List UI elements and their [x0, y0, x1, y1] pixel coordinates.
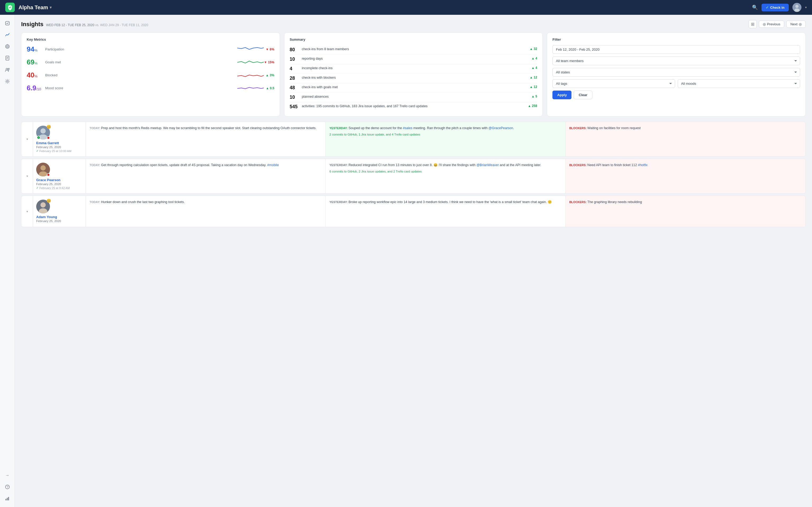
previous-icon: ◎ [763, 22, 766, 26]
sidebar: → ? [0, 15, 15, 507]
checkin-list: ▾ 😊 ✓ Emma Garrett February 25, 20 [21, 122, 806, 229]
sidebar-item-settings[interactable] [2, 76, 13, 87]
filter-date-range[interactable]: Feb 12, 2020 - Feb 25, 2020 [552, 45, 800, 54]
metric-row-blocked: 40% Blocked ▲ 3% [27, 71, 274, 79]
summary-row-2: 4 incomplete check-ins ▲ 4 [290, 64, 538, 74]
next-button[interactable]: Next ◎ [786, 20, 806, 28]
user-name-2[interactable]: Adam Young [36, 215, 83, 219]
summary-change-0: ▲ 32 [527, 47, 537, 51]
svg-rect-18 [8, 497, 9, 500]
svg-point-26 [41, 202, 46, 208]
sidebar-item-checkins[interactable] [2, 18, 13, 29]
summary-num-5: 10 [290, 95, 299, 100]
page-title: Insights [21, 21, 43, 28]
user-date-1: February 25, 2020 [36, 182, 83, 186]
avatar-dot-0 [47, 136, 50, 139]
summary-change-4: ▲ 12 [527, 85, 537, 89]
goals-change: ▼ 15% [264, 60, 274, 64]
checkin-expand-0[interactable]: ▾ [21, 122, 33, 156]
user-avatar-wrap-1 [36, 163, 50, 176]
mood-change: ▲ 0.5 [264, 87, 274, 90]
user-avatar-nav[interactable] [793, 3, 801, 12]
svg-point-1 [795, 5, 799, 8]
checkin-check-icon: ✓ [766, 6, 769, 9]
summary-num-2: 4 [290, 66, 299, 71]
checkin-yesterday-2: YESTERDAY: Broke up reporting workflow e… [326, 196, 565, 227]
checkin-user-2: 😊 Adam Young February 25, 2020 [33, 196, 86, 227]
previous-button[interactable]: ◎ Previous [759, 20, 784, 28]
sidebar-item-chart[interactable] [2, 493, 13, 504]
user-date-2: February 25, 2020 [36, 219, 83, 223]
app-logo [5, 3, 15, 12]
sidebar-item-team[interactable] [2, 64, 13, 75]
summary-row-4: 48 check-ins with goals met ▲ 12 [290, 83, 538, 93]
sidebar-item-reports[interactable] [2, 53, 13, 63]
user-name-1[interactable]: Grace Pearson [36, 178, 83, 182]
team-dropdown-icon: ▾ [50, 5, 52, 9]
filter-title: Filter [552, 38, 800, 42]
cards-row: Key Metrics 94% Participation ▼ 6% 69% G… [21, 33, 806, 116]
summary-change-6: ▲ 258 [527, 104, 537, 108]
search-icon[interactable]: 🔍 [752, 4, 758, 10]
sidebar-item-help[interactable]: ? [2, 482, 13, 492]
filter-card: Filter Feb 12, 2020 - Feb 25, 2020 All t… [547, 33, 806, 116]
checkin-today-0: TODAY: Prep and host this month's Redis … [86, 122, 326, 156]
mood-value: 6.9/10 [27, 84, 43, 92]
key-metrics-title: Key Metrics [27, 38, 274, 42]
summary-card: Summary 80 check-ins from 8 team members… [284, 33, 543, 116]
summary-label-0: check-ins from 8 team members [299, 47, 528, 52]
grid-view-button[interactable]: ⊞ [749, 20, 757, 28]
user-avatar-wrap-0: 😊 ✓ [36, 126, 50, 139]
checkin-expand-1[interactable]: ▾ [21, 159, 33, 193]
summary-row-5: 10 planned absences ▲ 5 [290, 93, 538, 102]
checkin-button[interactable]: ✓ Check in [762, 4, 789, 11]
summary-num-3: 28 [290, 75, 299, 81]
checkin-yesterday-1: YESTERDAY: Reduced integrated CI run fro… [326, 159, 565, 193]
blocked-value: 40% [27, 71, 43, 79]
sidebar-item-insights[interactable] [2, 30, 13, 40]
summary-label-4: check-ins with goals met [299, 85, 528, 90]
filter-team-members[interactable]: All team members [552, 57, 800, 65]
user-date-0: February 25, 2020 [36, 146, 83, 149]
sidebar-item-goals[interactable] [2, 41, 13, 52]
checkin-item-2: ▾ 😊 Adam Young February 25, 2020 [21, 196, 806, 227]
participation-change: ▼ 6% [264, 48, 274, 51]
user-name-0[interactable]: Emma Garrett [36, 141, 83, 145]
sidebar-item-arrow[interactable]: → [2, 470, 13, 481]
checkin-today-1: TODAY: Get through reporting calculation… [86, 159, 326, 193]
apply-button[interactable]: Apply [552, 91, 571, 99]
summary-row-3: 28 check-ins with blockers ▲ 12 [290, 74, 538, 83]
summary-rows: 80 check-ins from 8 team members ▲ 32 10… [290, 45, 538, 111]
filter-buttons: Apply Clear [552, 91, 800, 99]
svg-point-23 [41, 165, 46, 171]
filter-states[interactable]: All states [552, 68, 800, 76]
checkin-item-1: ▾ Grace Pearson February 25, 2020 ✓ [21, 159, 806, 193]
key-metrics-card: Key Metrics 94% Participation ▼ 6% 69% G… [21, 33, 280, 116]
checkin-expand-2[interactable]: ▾ [21, 196, 33, 227]
summary-label-6: activities: 195 commits to GitHub, 183 J… [299, 104, 528, 109]
checkin-blockers-1: BLOCKERS: Need API team to finish ticket… [566, 159, 805, 193]
svg-text:?: ? [6, 485, 8, 489]
summary-change-1: ▲ 4 [527, 57, 537, 60]
team-name[interactable]: Alpha Team ▾ [18, 4, 52, 11]
goals-value: 69% [27, 58, 43, 66]
metric-row-participation: 94% Participation ▼ 6% [27, 45, 274, 53]
insights-header: Insights WED FEB 12 - TUE FEB 25, 2020 v… [21, 20, 806, 28]
filter-tags[interactable]: All tags [552, 79, 675, 88]
clear-button[interactable]: Clear [573, 91, 592, 99]
svg-point-4 [6, 45, 9, 48]
blocked-label: Blocked [43, 73, 237, 77]
avatar-emoji-0: 😊 [47, 125, 51, 129]
summary-row-0: 80 check-ins from 8 team members ▲ 32 [290, 45, 538, 55]
goals-label: Goals met [43, 60, 237, 64]
sidebar-bottom: → ? [2, 470, 13, 504]
summary-change-2: ▲ 4 [527, 66, 537, 70]
metric-row-mood: 6.9/10 Mood score ▲ 0.5 [27, 84, 274, 92]
user-dropdown-icon[interactable]: ▾ [805, 6, 807, 9]
insights-title: Insights WED FEB 12 - TUE FEB 25, 2020 v… [21, 21, 148, 28]
filter-moods[interactable]: All moods [678, 79, 800, 88]
metric-row-goals: 69% Goals met ▼ 15% [27, 58, 274, 66]
summary-change-5: ▲ 5 [527, 95, 537, 98]
summary-row-6: 545 activities: 195 commits to GitHub, 1… [290, 102, 538, 111]
activities-1: 6 commits to GitHub, 2 Jira issue update… [329, 169, 561, 174]
